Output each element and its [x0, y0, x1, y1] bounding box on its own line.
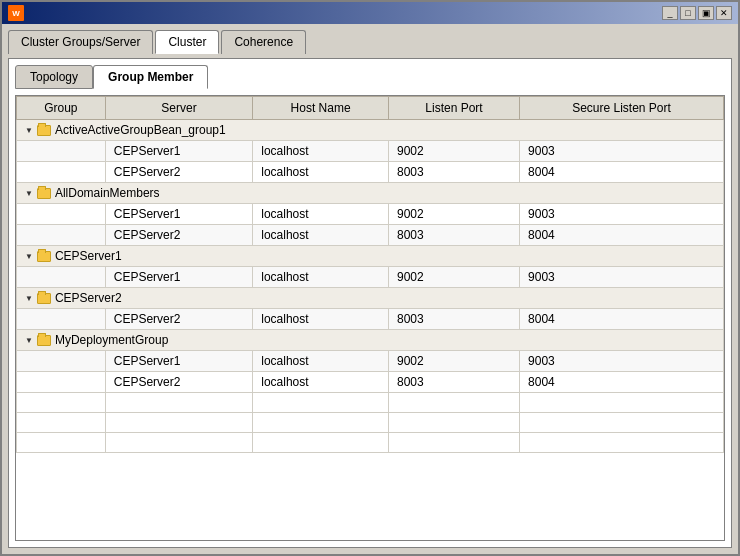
cell-secure-listen-port: 8004: [520, 162, 724, 183]
group-name: CEPServer1: [55, 249, 122, 263]
app-icon: W: [8, 5, 24, 21]
table-group-row: ▼MyDeploymentGroup: [17, 330, 724, 351]
cell-group: [17, 309, 106, 330]
empty-cell: [388, 413, 519, 433]
table-row: CEPServer1localhost90029003: [17, 351, 724, 372]
cell-secure-listen-port: 8004: [520, 309, 724, 330]
data-table-container[interactable]: Group Server Host Name Listen Port Secur…: [15, 95, 725, 541]
cell-group: [17, 141, 106, 162]
empty-cell: [388, 393, 519, 413]
cell-listen-port: 8003: [388, 309, 519, 330]
empty-cell: [105, 433, 253, 453]
cell-server: CEPServer1: [105, 351, 253, 372]
col-listen-port: Listen Port: [388, 97, 519, 120]
cell-hostname: localhost: [253, 267, 389, 288]
col-secure-listen-port: Secure Listen Port: [520, 97, 724, 120]
main-panel: Topology Group Member Group Server Host …: [8, 58, 732, 548]
cell-group: [17, 351, 106, 372]
cell-server: CEPServer2: [105, 162, 253, 183]
empty-row: [17, 433, 724, 453]
empty-cell: [17, 413, 106, 433]
tab-coherence[interactable]: Coherence: [221, 30, 306, 54]
tab-cluster-groups-server[interactable]: Cluster Groups/Server: [8, 30, 153, 54]
cell-group: [17, 204, 106, 225]
cell-server: CEPServer2: [105, 372, 253, 393]
tab-cluster[interactable]: Cluster: [155, 30, 219, 54]
table-row: CEPServer2localhost80038004: [17, 372, 724, 393]
cell-hostname: localhost: [253, 351, 389, 372]
cell-hostname: localhost: [253, 141, 389, 162]
col-hostname: Host Name: [253, 97, 389, 120]
cell-listen-port: 9002: [388, 267, 519, 288]
table-group-row: ▼CEPServer2: [17, 288, 724, 309]
table-group-row: ▼AllDomainMembers: [17, 183, 724, 204]
folder-icon: [37, 335, 51, 346]
expand-arrow-icon[interactable]: ▼: [25, 336, 33, 345]
window-controls: _ □ ▣ ✕: [662, 6, 732, 20]
col-group: Group: [17, 97, 106, 120]
group-cell: ▼ActiveActiveGroupBean_group1: [17, 120, 724, 141]
group-name: CEPServer2: [55, 291, 122, 305]
cell-server: CEPServer2: [105, 309, 253, 330]
empty-cell: [520, 393, 724, 413]
folder-icon: [37, 125, 51, 136]
window-content: Cluster Groups/Server Cluster Coherence …: [2, 24, 738, 554]
folder-icon: [37, 251, 51, 262]
empty-cell: [105, 413, 253, 433]
empty-cell: [17, 433, 106, 453]
cell-secure-listen-port: 8004: [520, 225, 724, 246]
main-window: W _ □ ▣ ✕ Cluster Groups/Server Cluster …: [0, 0, 740, 556]
group-name: AllDomainMembers: [55, 186, 160, 200]
group-cell: ▼CEPServer2: [17, 288, 724, 309]
cell-server: CEPServer1: [105, 204, 253, 225]
close-button[interactable]: ✕: [716, 6, 732, 20]
expand-arrow-icon[interactable]: ▼: [25, 252, 33, 261]
cell-listen-port: 9002: [388, 141, 519, 162]
empty-row: [17, 413, 724, 433]
empty-row: [17, 393, 724, 413]
table-group-row: ▼CEPServer1: [17, 246, 724, 267]
cell-server: CEPServer1: [105, 267, 253, 288]
empty-cell: [520, 413, 724, 433]
cell-server: CEPServer1: [105, 141, 253, 162]
cell-secure-listen-port: 9003: [520, 351, 724, 372]
restore-button[interactable]: ▣: [698, 6, 714, 20]
group-name: ActiveActiveGroupBean_group1: [55, 123, 226, 137]
table-row: CEPServer1localhost90029003: [17, 204, 724, 225]
table-header-row: Group Server Host Name Listen Port Secur…: [17, 97, 724, 120]
cell-server: CEPServer2: [105, 225, 253, 246]
cell-hostname: localhost: [253, 162, 389, 183]
maximize-button[interactable]: □: [680, 6, 696, 20]
tab-topology[interactable]: Topology: [15, 65, 93, 89]
table-row: CEPServer1localhost90029003: [17, 267, 724, 288]
empty-cell: [520, 433, 724, 453]
group-cell: ▼AllDomainMembers: [17, 183, 724, 204]
cell-group: [17, 162, 106, 183]
cell-listen-port: 9002: [388, 351, 519, 372]
table-row: CEPServer2localhost80038004: [17, 225, 724, 246]
title-bar-left: W: [8, 5, 28, 21]
minimize-button[interactable]: _: [662, 6, 678, 20]
group-member-table: Group Server Host Name Listen Port Secur…: [16, 96, 724, 453]
cell-secure-listen-port: 9003: [520, 204, 724, 225]
cell-listen-port: 8003: [388, 225, 519, 246]
empty-cell: [253, 433, 389, 453]
empty-cell: [105, 393, 253, 413]
title-bar: W _ □ ▣ ✕: [2, 2, 738, 24]
empty-cell: [253, 393, 389, 413]
inner-tab-row: Topology Group Member: [15, 65, 725, 89]
cell-listen-port: 8003: [388, 372, 519, 393]
cell-listen-port: 8003: [388, 162, 519, 183]
cell-group: [17, 267, 106, 288]
cell-hostname: localhost: [253, 225, 389, 246]
table-row: CEPServer2localhost80038004: [17, 309, 724, 330]
expand-arrow-icon[interactable]: ▼: [25, 294, 33, 303]
tab-group-member[interactable]: Group Member: [93, 65, 208, 89]
col-server: Server: [105, 97, 253, 120]
expand-arrow-icon[interactable]: ▼: [25, 189, 33, 198]
cell-secure-listen-port: 9003: [520, 267, 724, 288]
table-body: ▼ActiveActiveGroupBean_group1CEPServer1l…: [17, 120, 724, 453]
empty-cell: [253, 413, 389, 433]
cell-secure-listen-port: 8004: [520, 372, 724, 393]
expand-arrow-icon[interactable]: ▼: [25, 126, 33, 135]
